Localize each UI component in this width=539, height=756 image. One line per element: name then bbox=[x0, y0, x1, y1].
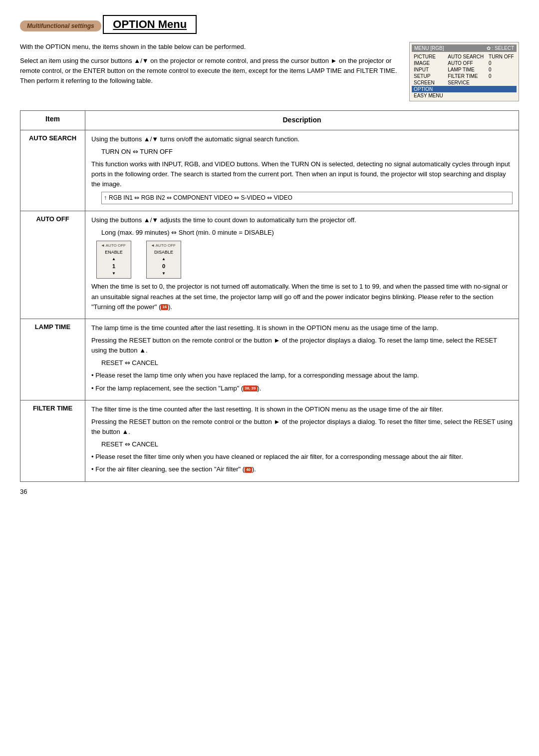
desc-line: • For the air filter cleaning, see the s… bbox=[91, 464, 513, 474]
md-arrows-up: ▲ bbox=[101, 256, 127, 262]
md-value: 0 bbox=[151, 262, 177, 271]
desc-line: ↑RGB IN1 ⇔ RGB IN2 ⇔ COMPONENT VIDEO ⇔ S… bbox=[91, 192, 513, 204]
menu-row: SETUPFILTER TIME0 bbox=[412, 73, 517, 79]
desc-line: Using the buttons ▲/▼ turns on/off the a… bbox=[91, 134, 513, 144]
col-header-item: Item bbox=[20, 111, 85, 130]
menu-header: MENU [RGB] ✿ : SELECT bbox=[412, 44, 517, 52]
menu-row: INPUTLAMP TIME0 bbox=[412, 66, 517, 73]
autooff-display-1: ◄ AUTO OFF DISABLE ▲ 0 ▼ bbox=[146, 241, 181, 279]
desc-line: RESET ⇔ CANCEL bbox=[91, 439, 513, 449]
page-number: 36 bbox=[20, 488, 519, 495]
ref-icon: 38, 39 bbox=[243, 385, 257, 391]
desc-line: • Please reset the lamp time only when y… bbox=[91, 371, 513, 380]
autooff-display-0: ◄ AUTO OFF ENABLE ▲ 1 ▼ bbox=[96, 241, 131, 279]
desc-line: TURN ON ⇔ TURN OFF bbox=[91, 147, 513, 157]
multifunctional-settings-bar: Multifunctional settings bbox=[20, 20, 101, 31]
table-row: FILTER TIMEThe filter time is the time c… bbox=[20, 400, 519, 481]
table-row: AUTO SEARCHUsing the buttons ▲/▼ turns o… bbox=[20, 130, 519, 211]
menu-row: SCREENSERVICE bbox=[412, 79, 517, 86]
desc-line: • Please reset the filter time only when… bbox=[91, 452, 513, 462]
desc-line: The lamp time is the time counted after … bbox=[91, 323, 513, 333]
ref-icon: 16 bbox=[161, 304, 168, 310]
md-label: ENABLE bbox=[101, 249, 127, 256]
table-row: AUTO OFFUsing the buttons ▲/▼ adjusts th… bbox=[20, 211, 519, 319]
ref-icon: 40 bbox=[245, 467, 252, 473]
main-table: Item Description AUTO SEARCHUsing the bu… bbox=[20, 110, 519, 482]
intro-para1: With the OPTION menu, the items shown in… bbox=[20, 42, 399, 52]
md-top: ◄ AUTO OFF bbox=[101, 243, 127, 249]
menu-header-left: MENU [RGB] bbox=[414, 45, 444, 51]
item-cell-lamp-time: LAMP TIME bbox=[20, 319, 85, 400]
desc-cell-2: The lamp time is the time counted after … bbox=[85, 319, 519, 400]
menu-screenshot: MENU [RGB] ✿ : SELECT PICTUREAUTO SEARCH… bbox=[409, 42, 519, 101]
md-top: ◄ AUTO OFF bbox=[151, 243, 177, 249]
desc-cell-3: The filter time is the time counted afte… bbox=[85, 400, 519, 481]
md-arrows-down: ▼ bbox=[151, 271, 177, 277]
desc-line: This function works with INPUT, RGB, and… bbox=[91, 159, 513, 189]
md-value: 1 bbox=[101, 262, 127, 271]
intro-para2: Select an item using the cursor buttons … bbox=[20, 56, 399, 86]
menu-header-right: ✿ : SELECT bbox=[487, 45, 514, 51]
menu-row: PICTUREAUTO SEARCHTURN OFF bbox=[412, 53, 517, 60]
item-cell-auto-search: AUTO SEARCH bbox=[20, 130, 85, 211]
md-arrows-up: ▲ bbox=[151, 256, 177, 262]
desc-line: Pressing the RESET button on the remote … bbox=[91, 417, 513, 437]
md-arrows-down: ▼ bbox=[101, 271, 127, 277]
menu-row: OPTION bbox=[412, 86, 517, 92]
desc-line: When the time is set to 0, the projector… bbox=[91, 282, 513, 312]
item-cell-filter-time: FILTER TIME bbox=[20, 400, 85, 481]
col-header-desc: Description bbox=[85, 111, 519, 130]
page-title: OPTION Menu bbox=[103, 15, 197, 34]
autooff-displays: ◄ AUTO OFF ENABLE ▲ 1 ▼ ◄ AUTO OFF DISAB… bbox=[96, 241, 513, 279]
table-row: LAMP TIMEThe lamp time is the time count… bbox=[20, 319, 519, 400]
signal-path: ↑RGB IN1 ⇔ RGB IN2 ⇔ COMPONENT VIDEO ⇔ S… bbox=[101, 192, 513, 204]
desc-line: Pressing the RESET button on the remote … bbox=[91, 336, 513, 356]
desc-cell-1: Using the buttons ▲/▼ adjusts the time t… bbox=[85, 211, 519, 319]
desc-line: • For the lamp replacement, see the sect… bbox=[91, 383, 513, 393]
desc-line: Using the buttons ▲/▼ adjusts the time t… bbox=[91, 215, 513, 225]
desc-line: Long (max. 99 minutes) ⇔ Short (min. 0 m… bbox=[91, 228, 513, 238]
intro-section: With the OPTION menu, the items shown in… bbox=[20, 42, 519, 101]
desc-line: The filter time is the time counted afte… bbox=[91, 404, 513, 414]
menu-row: IMAGEAUTO OFF0 bbox=[412, 60, 517, 66]
menu-table: PICTUREAUTO SEARCHTURN OFFIMAGEAUTO OFF0… bbox=[412, 53, 517, 99]
intro-text: With the OPTION menu, the items shown in… bbox=[20, 42, 399, 101]
desc-line: RESET ⇔ CANCEL bbox=[91, 358, 513, 368]
desc-cell-0: Using the buttons ▲/▼ turns on/off the a… bbox=[85, 130, 519, 211]
menu-row: EASY MENU bbox=[412, 92, 517, 99]
item-cell-auto-off: AUTO OFF bbox=[20, 211, 85, 319]
md-label: DISABLE bbox=[151, 249, 177, 256]
